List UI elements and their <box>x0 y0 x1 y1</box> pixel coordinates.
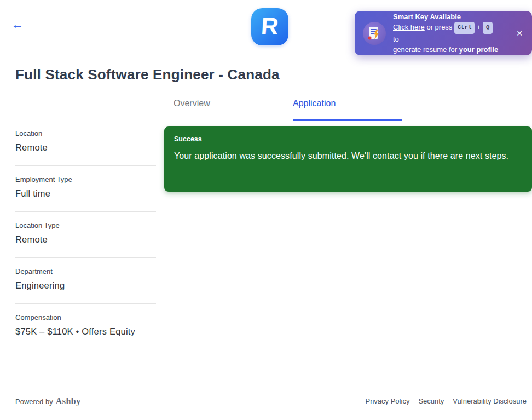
back-button[interactable]: ← <box>11 18 24 31</box>
toast-or-press-text: or press <box>425 23 454 31</box>
security-link[interactable]: Security <box>418 397 444 405</box>
plus-sign: + <box>477 23 481 31</box>
detail-value: Engineering <box>15 280 156 291</box>
detail-value: Full time <box>15 188 156 199</box>
toast-line-generate: generate resume for your profile <box>393 44 500 55</box>
toast-title: Smart Key Available <box>393 11 500 22</box>
powered-by-text: Powered by <box>15 398 53 406</box>
close-icon: ✕ <box>516 29 523 38</box>
success-banner-message: Your application was successfully submit… <box>174 149 522 163</box>
detail-value: $75K – $110K • Offers Equity <box>15 326 156 337</box>
job-application-page: { "header": { "back_icon": "←", "logo_le… <box>0 0 532 420</box>
toast-close-button[interactable]: ✕ <box>514 27 525 39</box>
job-details-sidebar: Location Remote Employment Type Full tim… <box>15 129 156 349</box>
privacy-policy-link[interactable]: Privacy Policy <box>365 397 409 405</box>
resume-document-icon <box>363 22 386 45</box>
detail-department: Department Engineering <box>15 258 156 304</box>
logo-letter: R <box>260 13 279 40</box>
detail-location: Location Remote <box>15 129 156 166</box>
success-banner-title: Success <box>174 135 522 143</box>
footer-links: Privacy Policy Security Vulnerability Di… <box>365 397 527 405</box>
detail-employment-type: Employment Type Full time <box>15 166 156 212</box>
detail-label: Compensation <box>15 313 156 321</box>
detail-compensation: Compensation $75K – $110K • Offers Equit… <box>15 304 156 349</box>
generate-resume-text: generate resume for <box>393 45 459 54</box>
detail-label: Employment Type <box>15 175 156 183</box>
toast-to-text: to <box>393 35 399 43</box>
q-key-badge: Q <box>483 22 493 34</box>
detail-value: Remote <box>15 142 156 153</box>
your-profile-text: your profile <box>459 45 499 54</box>
detail-label: Department <box>15 267 156 275</box>
detail-label: Location Type <box>15 221 156 229</box>
ctrl-key-badge: Ctrl <box>454 22 475 34</box>
detail-label: Location <box>15 129 156 137</box>
tab-overview[interactable]: Overview <box>174 99 283 121</box>
success-banner: Success Your application was successfull… <box>164 126 532 192</box>
tab-bar: Overview Application <box>174 99 412 121</box>
vulnerability-disclosure-link[interactable]: Vulnerability Disclosure <box>453 397 527 405</box>
detail-location-type: Location Type Remote <box>15 212 156 258</box>
page-title: Full Stack Software Engineer - Canada <box>15 66 280 83</box>
click-here-link[interactable]: Click here <box>393 23 425 31</box>
tab-application[interactable]: Application <box>293 99 402 121</box>
company-logo: R <box>251 8 288 45</box>
detail-value: Remote <box>15 234 156 245</box>
toast-text: Smart Key Available Click here or press … <box>393 11 500 55</box>
smart-key-toast: Smart Key Available Click here or press … <box>355 11 532 55</box>
ashby-brand-link[interactable]: Ashby <box>56 396 81 406</box>
toast-line-press: Click here or press Ctrl + Q to <box>393 22 500 44</box>
back-arrow-icon: ← <box>11 17 24 31</box>
powered-by: Powered by Ashby <box>15 396 81 406</box>
